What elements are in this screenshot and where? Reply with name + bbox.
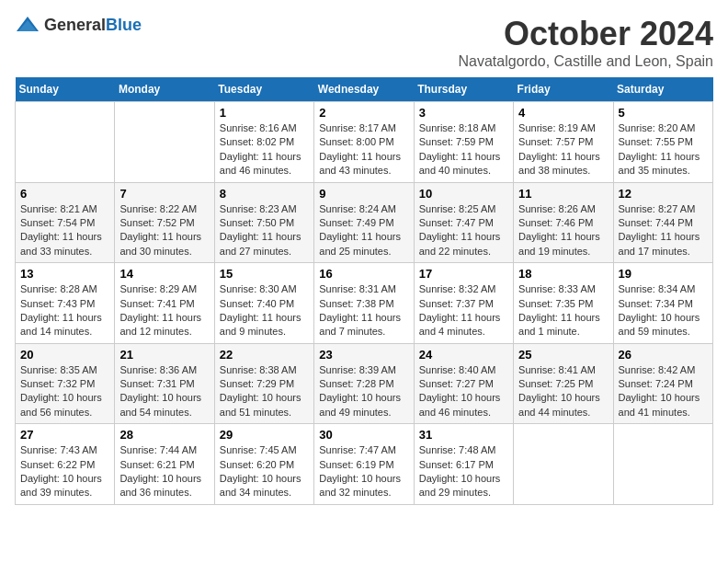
day-number: 14	[119, 267, 209, 281]
day-info: Sunrise: 8:23 AM Sunset: 7:50 PM Dayligh…	[220, 202, 309, 259]
weekday-header-thursday: Thursday	[414, 77, 513, 102]
calendar-cell: 18Sunrise: 8:33 AM Sunset: 7:35 PM Dayli…	[514, 263, 613, 344]
logo-text: GeneralBlue	[44, 16, 142, 35]
day-info: Sunrise: 7:45 AM Sunset: 6:20 PM Dayligh…	[220, 443, 309, 500]
day-info: Sunrise: 8:35 AM Sunset: 7:32 PM Dayligh…	[20, 363, 109, 420]
calendar-week-4: 20Sunrise: 8:35 AM Sunset: 7:32 PM Dayli…	[16, 343, 713, 424]
day-info: Sunrise: 8:28 AM Sunset: 7:43 PM Dayligh…	[20, 282, 109, 339]
day-number: 26	[619, 348, 708, 362]
weekday-header-saturday: Saturday	[613, 77, 712, 102]
logo-general: General	[44, 16, 106, 34]
calendar-cell: 20Sunrise: 8:35 AM Sunset: 7:32 PM Dayli…	[16, 343, 115, 424]
weekday-header-row: SundayMondayTuesdayWednesdayThursdayFrid…	[16, 77, 713, 102]
day-info: Sunrise: 7:47 AM Sunset: 6:19 PM Dayligh…	[319, 443, 408, 500]
calendar-week-3: 13Sunrise: 8:28 AM Sunset: 7:43 PM Dayli…	[16, 263, 713, 344]
day-number: 28	[119, 428, 209, 442]
day-number: 19	[619, 267, 708, 281]
calendar-cell: 9Sunrise: 8:24 AM Sunset: 7:49 PM Daylig…	[314, 182, 414, 263]
day-number: 31	[419, 428, 508, 442]
day-number: 11	[518, 187, 608, 201]
day-number: 7	[119, 187, 209, 201]
day-info: Sunrise: 8:31 AM Sunset: 7:38 PM Dayligh…	[319, 282, 408, 339]
logo-blue: Blue	[106, 16, 142, 34]
day-info: Sunrise: 8:40 AM Sunset: 7:27 PM Dayligh…	[419, 363, 508, 420]
logo-icon	[15, 15, 40, 35]
day-number: 10	[419, 187, 508, 201]
calendar-cell: 2Sunrise: 8:17 AM Sunset: 8:00 PM Daylig…	[314, 102, 414, 183]
calendar-body: 1Sunrise: 8:16 AM Sunset: 8:02 PM Daylig…	[16, 102, 713, 505]
calendar-cell: 23Sunrise: 8:39 AM Sunset: 7:28 PM Dayli…	[314, 343, 414, 424]
calendar-week-2: 6Sunrise: 8:21 AM Sunset: 7:54 PM Daylig…	[16, 182, 713, 263]
day-info: Sunrise: 8:41 AM Sunset: 7:25 PM Dayligh…	[518, 363, 608, 420]
weekday-header-wednesday: Wednesday	[314, 77, 414, 102]
day-info: Sunrise: 8:38 AM Sunset: 7:29 PM Dayligh…	[220, 363, 309, 420]
calendar-table: SundayMondayTuesdayWednesdayThursdayFrid…	[15, 77, 713, 505]
calendar-cell: 31Sunrise: 7:48 AM Sunset: 6:17 PM Dayli…	[414, 424, 513, 505]
day-number: 13	[20, 267, 109, 281]
title-area: October 2024 Navatalgordo, Castille and …	[458, 15, 713, 70]
day-info: Sunrise: 8:34 AM Sunset: 7:34 PM Dayligh…	[619, 282, 708, 339]
calendar-cell: 4Sunrise: 8:19 AM Sunset: 7:57 PM Daylig…	[514, 102, 613, 183]
calendar-cell: 17Sunrise: 8:32 AM Sunset: 7:37 PM Dayli…	[414, 263, 513, 344]
calendar-cell: 26Sunrise: 8:42 AM Sunset: 7:24 PM Dayli…	[613, 343, 712, 424]
calendar-week-5: 27Sunrise: 7:43 AM Sunset: 6:22 PM Dayli…	[16, 424, 713, 505]
day-info: Sunrise: 7:48 AM Sunset: 6:17 PM Dayligh…	[419, 443, 508, 500]
day-number: 5	[619, 106, 708, 120]
calendar-cell	[514, 424, 613, 505]
day-info: Sunrise: 8:22 AM Sunset: 7:52 PM Dayligh…	[119, 202, 209, 259]
day-number: 29	[220, 428, 309, 442]
day-info: Sunrise: 8:42 AM Sunset: 7:24 PM Dayligh…	[619, 363, 708, 420]
day-info: Sunrise: 8:16 AM Sunset: 8:02 PM Dayligh…	[220, 121, 309, 178]
day-number: 6	[20, 187, 109, 201]
calendar-cell: 15Sunrise: 8:30 AM Sunset: 7:40 PM Dayli…	[214, 263, 313, 344]
day-info: Sunrise: 8:29 AM Sunset: 7:41 PM Dayligh…	[119, 282, 209, 339]
day-number: 17	[419, 267, 508, 281]
day-number: 15	[220, 267, 309, 281]
calendar-cell: 25Sunrise: 8:41 AM Sunset: 7:25 PM Dayli…	[514, 343, 613, 424]
day-info: Sunrise: 8:24 AM Sunset: 7:49 PM Dayligh…	[319, 202, 408, 259]
day-number: 27	[20, 428, 109, 442]
day-number: 25	[518, 348, 608, 362]
calendar-cell: 8Sunrise: 8:23 AM Sunset: 7:50 PM Daylig…	[214, 182, 313, 263]
day-number: 1	[220, 106, 309, 120]
day-info: Sunrise: 8:25 AM Sunset: 7:47 PM Dayligh…	[419, 202, 508, 259]
day-number: 30	[319, 428, 408, 442]
day-info: Sunrise: 8:32 AM Sunset: 7:37 PM Dayligh…	[419, 282, 508, 339]
day-info: Sunrise: 8:33 AM Sunset: 7:35 PM Dayligh…	[518, 282, 608, 339]
day-number: 22	[220, 348, 309, 362]
day-info: Sunrise: 8:17 AM Sunset: 8:00 PM Dayligh…	[319, 121, 408, 178]
weekday-header-sunday: Sunday	[16, 77, 115, 102]
calendar-cell: 14Sunrise: 8:29 AM Sunset: 7:41 PM Dayli…	[115, 263, 214, 344]
day-info: Sunrise: 8:18 AM Sunset: 7:59 PM Dayligh…	[419, 121, 508, 178]
weekday-header-monday: Monday	[115, 77, 214, 102]
logo: GeneralBlue	[15, 15, 142, 35]
calendar-cell: 12Sunrise: 8:27 AM Sunset: 7:44 PM Dayli…	[613, 182, 712, 263]
calendar-cell: 24Sunrise: 8:40 AM Sunset: 7:27 PM Dayli…	[414, 343, 513, 424]
day-number: 4	[518, 106, 608, 120]
page-header: GeneralBlue October 2024 Navatalgordo, C…	[15, 15, 713, 70]
weekday-header-friday: Friday	[514, 77, 613, 102]
day-info: Sunrise: 8:26 AM Sunset: 7:46 PM Dayligh…	[518, 202, 608, 259]
calendar-cell	[115, 102, 214, 183]
day-number: 9	[319, 187, 408, 201]
calendar-cell: 19Sunrise: 8:34 AM Sunset: 7:34 PM Dayli…	[613, 263, 712, 344]
day-info: Sunrise: 8:27 AM Sunset: 7:44 PM Dayligh…	[619, 202, 708, 259]
calendar-cell	[613, 424, 712, 505]
day-info: Sunrise: 8:39 AM Sunset: 7:28 PM Dayligh…	[319, 363, 408, 420]
day-info: Sunrise: 7:44 AM Sunset: 6:21 PM Dayligh…	[119, 443, 209, 500]
calendar-cell: 30Sunrise: 7:47 AM Sunset: 6:19 PM Dayli…	[314, 424, 414, 505]
calendar-cell: 1Sunrise: 8:16 AM Sunset: 8:02 PM Daylig…	[214, 102, 313, 183]
calendar-cell: 10Sunrise: 8:25 AM Sunset: 7:47 PM Dayli…	[414, 182, 513, 263]
day-number: 24	[419, 348, 508, 362]
day-number: 23	[319, 348, 408, 362]
calendar-cell: 5Sunrise: 8:20 AM Sunset: 7:55 PM Daylig…	[613, 102, 712, 183]
day-number: 18	[518, 267, 608, 281]
day-number: 2	[319, 106, 408, 120]
weekday-header-tuesday: Tuesday	[214, 77, 313, 102]
calendar-cell: 29Sunrise: 7:45 AM Sunset: 6:20 PM Dayli…	[214, 424, 313, 505]
calendar-cell: 7Sunrise: 8:22 AM Sunset: 7:52 PM Daylig…	[115, 182, 214, 263]
calendar-cell: 28Sunrise: 7:44 AM Sunset: 6:21 PM Dayli…	[115, 424, 214, 505]
calendar-cell: 3Sunrise: 8:18 AM Sunset: 7:59 PM Daylig…	[414, 102, 513, 183]
calendar-cell: 11Sunrise: 8:26 AM Sunset: 7:46 PM Dayli…	[514, 182, 613, 263]
day-number: 8	[220, 187, 309, 201]
